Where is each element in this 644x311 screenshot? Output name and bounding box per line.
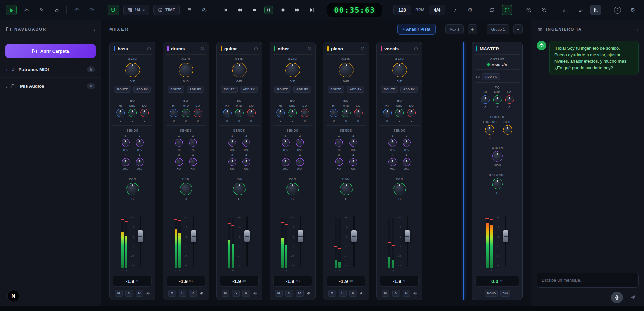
collapse-sidebar-icon[interactable]: ‹	[93, 26, 95, 32]
channel-bypass-icon[interactable]: ∅	[254, 46, 258, 51]
dim-button[interactable]: DIM	[500, 290, 510, 297]
sidebar-item-patrones-midi[interactable]: › ♫ Patrones MIDI 5	[0, 61, 101, 78]
master-eq-lo-knob[interactable]	[505, 95, 514, 104]
add-track-button[interactable]: + Añadir Pista	[397, 24, 436, 35]
speaker-icon[interactable]	[146, 291, 150, 295]
send-4-knob[interactable]	[242, 158, 250, 166]
fast-forward-button[interactable]	[293, 6, 302, 14]
eq-mid-knob[interactable]	[395, 109, 404, 117]
record-button[interactable]	[279, 6, 287, 14]
send-3-knob[interactable]	[335, 158, 343, 166]
group-button[interactable]: Group 1	[487, 24, 509, 34]
fullscreen-button[interactable]	[502, 5, 512, 15]
redo-button[interactable]: ↷	[86, 5, 97, 15]
solo-button[interactable]: S	[232, 290, 240, 297]
eq-hi-knob[interactable]	[330, 109, 338, 117]
time-mode-button[interactable]: TIME	[153, 5, 180, 15]
mixer-view-button[interactable]	[590, 5, 601, 15]
send-3-knob[interactable]	[388, 158, 397, 166]
channel-bypass-icon[interactable]: ∅	[147, 46, 151, 51]
master-eq-hi-knob[interactable]	[481, 95, 490, 104]
eq-mid-knob[interactable]	[235, 109, 244, 117]
route-button[interactable]: ROUTE	[114, 86, 131, 93]
grid-size-dropdown[interactable]: 1/4 ▾	[123, 5, 149, 15]
fader-handle[interactable]	[191, 230, 196, 242]
fader-handle[interactable]	[405, 230, 410, 242]
send-2-knob[interactable]	[403, 139, 411, 147]
record-arm-button[interactable]: R	[242, 290, 250, 297]
send-2-knob[interactable]	[189, 139, 197, 147]
solo-button[interactable]: S	[179, 290, 186, 297]
limiter-ceil-knob[interactable]	[503, 125, 512, 135]
marker-flag-button[interactable]: ⚑	[184, 5, 195, 15]
solo-button[interactable]: S	[392, 290, 400, 297]
output-select[interactable]: MAIN L/R	[487, 63, 507, 66]
send-4-knob[interactable]	[189, 158, 197, 166]
eq-hi-knob[interactable]	[170, 109, 178, 117]
eq-lo-knob[interactable]	[407, 109, 416, 117]
add-fx-button[interactable]: ADD FX	[347, 86, 365, 93]
time-signature[interactable]: 4/4	[429, 5, 445, 15]
solo-button[interactable]: S	[339, 290, 347, 297]
gain-knob[interactable]	[179, 63, 193, 77]
record-arm-button[interactable]: R	[136, 290, 143, 297]
solo-button[interactable]: S	[285, 290, 293, 297]
volume-fader[interactable]	[404, 216, 411, 267]
pan-knob[interactable]	[286, 183, 299, 195]
speaker-icon[interactable]	[413, 291, 417, 295]
master-add-fx-button[interactable]: ADD FX	[482, 73, 500, 80]
send-3-knob[interactable]	[282, 158, 290, 166]
rewind-button[interactable]	[235, 6, 244, 14]
fader-handle[interactable]	[244, 230, 250, 242]
gain-knob[interactable]	[392, 63, 407, 77]
eq-lo-knob[interactable]	[247, 109, 256, 117]
master-volume-fader[interactable]	[502, 216, 509, 267]
horizontal-scrollbar[interactable]	[0, 306, 644, 311]
chat-input[interactable]	[537, 273, 639, 288]
send-4-knob[interactable]	[136, 158, 144, 166]
eq-mid-knob[interactable]	[128, 109, 137, 117]
record-target-button[interactable]: ◎	[199, 5, 210, 15]
fader-handle[interactable]	[351, 230, 357, 242]
balance-knob[interactable]	[492, 178, 503, 189]
send-4-knob[interactable]	[349, 158, 357, 166]
add-fx-button[interactable]: ADD FX	[240, 86, 258, 93]
send-3-knob[interactable]	[122, 158, 130, 166]
record-arm-button[interactable]: R	[189, 290, 197, 297]
route-button[interactable]: ROUTE	[381, 86, 398, 93]
record-arm-button[interactable]: R	[403, 290, 410, 297]
record-arm-button[interactable]: R	[296, 290, 304, 297]
send-2-knob[interactable]	[296, 139, 304, 147]
eq-lo-knob[interactable]	[354, 109, 363, 117]
volume-fader[interactable]	[297, 216, 304, 267]
collapse-panel-icon[interactable]: ›	[636, 27, 638, 32]
send-1-knob[interactable]	[335, 139, 343, 147]
skip-end-button[interactable]	[308, 6, 316, 14]
eq-lo-knob[interactable]	[194, 109, 202, 117]
gain-knob[interactable]	[339, 63, 354, 77]
mic-button[interactable]	[611, 292, 623, 303]
aux-button[interactable]: Aux 1	[445, 24, 464, 34]
speaker-icon[interactable]	[253, 291, 257, 295]
eq-mid-knob[interactable]	[288, 109, 297, 117]
route-button[interactable]: ROUTE	[221, 86, 238, 93]
draw-tool-button[interactable]: ✎	[36, 5, 47, 15]
send-2-knob[interactable]	[136, 139, 144, 147]
eq-hi-knob[interactable]	[116, 109, 125, 117]
volume-fader[interactable]	[244, 216, 250, 267]
skip-start-button[interactable]	[221, 6, 230, 14]
channel-bypass-icon[interactable]: ∅	[414, 46, 418, 51]
master-eq-mid-knob[interactable]	[493, 95, 502, 104]
route-button[interactable]: ROUTE	[328, 86, 344, 93]
erase-tool-button[interactable]	[51, 5, 62, 15]
gain-knob[interactable]	[285, 63, 300, 77]
bpm-value[interactable]: 120	[393, 5, 411, 15]
zoom-in-button[interactable]	[539, 5, 549, 15]
open-folder-button[interactable]: Abrir Carpeta	[5, 44, 96, 58]
snap-magnet-button[interactable]	[108, 5, 119, 15]
loop-button[interactable]	[487, 5, 497, 15]
pan-knob[interactable]	[340, 183, 353, 195]
mute-button[interactable]: M	[328, 290, 336, 297]
help-button[interactable]: ?	[612, 5, 623, 15]
record-arm-button[interactable]: R	[349, 290, 357, 297]
